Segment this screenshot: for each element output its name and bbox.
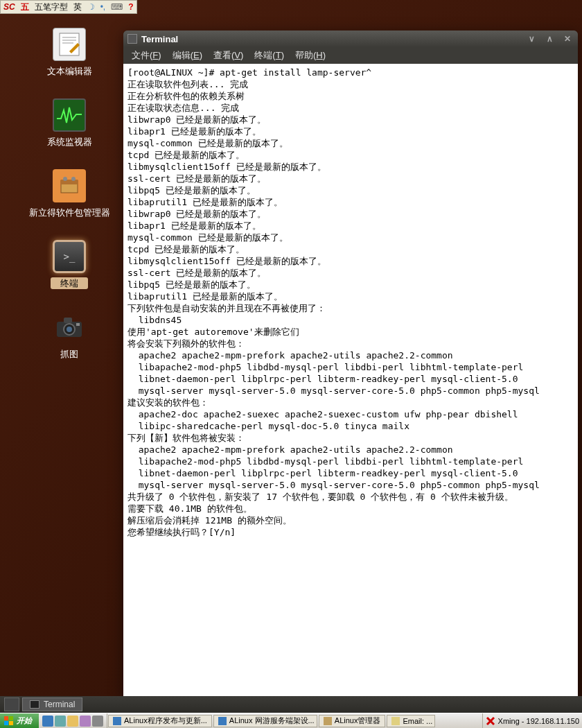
text-editor-icon bbox=[53, 28, 86, 61]
windows-logo-icon bbox=[4, 716, 14, 726]
ql-app-icon[interactable] bbox=[80, 716, 91, 727]
ql-ie-icon[interactable] bbox=[42, 716, 53, 727]
taskbar-task[interactable]: ALinux 网游服务端架设... bbox=[213, 715, 317, 727]
desktop-icon-label: 终端 bbox=[28, 277, 111, 290]
svg-rect-5 bbox=[61, 180, 78, 184]
taskbar-task-label: Email: ... bbox=[403, 717, 432, 725]
window-title: Terminal bbox=[141, 34, 178, 44]
menu-help[interactable]: 帮助(H) bbox=[291, 48, 330, 63]
svg-rect-16 bbox=[9, 721, 13, 725]
maximize-button[interactable]: ∧ bbox=[543, 33, 556, 44]
terminal-output[interactable]: [root@ALINUX ~]# apt-get install lamp-se… bbox=[123, 64, 578, 699]
taskbar-task-label: ALinux管理器 bbox=[335, 716, 381, 726]
desktop-icon-synaptic[interactable]: 新立得软件包管理器 bbox=[28, 169, 111, 219]
svg-rect-12 bbox=[76, 323, 80, 326]
xming-icon[interactable] bbox=[486, 716, 495, 726]
quick-launch bbox=[39, 713, 107, 728]
svg-rect-13 bbox=[4, 716, 8, 720]
ime-moon-icon[interactable]: ☽ bbox=[85, 2, 98, 12]
minimize-button[interactable]: ∨ bbox=[525, 33, 538, 44]
ime-punct-icon[interactable]: •, bbox=[98, 2, 109, 12]
taskbar-task[interactable]: Email: ... bbox=[387, 715, 435, 727]
wubi-icon[interactable]: 五 bbox=[18, 1, 32, 13]
taskbar-task[interactable]: ALinux管理器 bbox=[319, 715, 386, 727]
close-button[interactable]: ✕ bbox=[561, 33, 574, 44]
menu-file[interactable]: 文件(F) bbox=[127, 48, 166, 63]
desktop-icon-terminal[interactable]: 终端 bbox=[28, 240, 111, 290]
desktop-icon-system-monitor[interactable]: 系统监视器 bbox=[28, 98, 111, 148]
windows-taskbar: 开始 ALinux程序发布与更新... ALinux 网游服务端架设... AL… bbox=[0, 713, 582, 728]
menu-terminal[interactable]: 终端(T) bbox=[250, 48, 288, 63]
ime-keyboard-icon[interactable]: ⌨ bbox=[108, 2, 125, 12]
desktop-icon-label: 系统监视器 bbox=[28, 136, 111, 148]
svg-rect-9 bbox=[64, 318, 72, 323]
ime-method-label[interactable]: 五笔字型 bbox=[32, 1, 71, 13]
package-manager-icon bbox=[53, 169, 86, 202]
terminal-task-icon bbox=[30, 700, 39, 709]
ql-desktop-icon[interactable] bbox=[55, 716, 66, 727]
terminal-window: Terminal ∨ ∧ ✕ 文件(F) 编辑(E) 查看(V) 终端(T) 帮… bbox=[123, 31, 578, 699]
ql-app2-icon[interactable] bbox=[92, 716, 103, 727]
mail-icon bbox=[391, 717, 400, 725]
camera-icon bbox=[53, 311, 86, 344]
tray-xming-label[interactable]: Xming - 192.168.11.150 bbox=[498, 717, 579, 725]
system-tray: Xming - 192.168.11.150 bbox=[482, 713, 582, 728]
window-controls: ∨ ∧ ✕ bbox=[525, 33, 574, 44]
panel-task-label: Terminal bbox=[44, 700, 75, 709]
menu-edit[interactable]: 编辑(E) bbox=[168, 48, 206, 63]
monitor-icon bbox=[53, 98, 86, 132]
ime-help-icon[interactable]: ? bbox=[125, 2, 136, 12]
desktop-icon-label: 文本编辑器 bbox=[28, 65, 111, 78]
menu-view[interactable]: 查看(V) bbox=[209, 48, 247, 63]
taskbar-task[interactable]: ALinux程序发布与更新... bbox=[108, 715, 212, 727]
desktop-icon-texteditor[interactable]: 文本编辑器 bbox=[28, 28, 111, 78]
show-desktop-button[interactable] bbox=[4, 697, 19, 711]
ie-icon bbox=[218, 717, 227, 725]
titlebar[interactable]: Terminal ∨ ∧ ✕ bbox=[123, 31, 578, 47]
taskbar-task-label: ALinux程序发布与更新... bbox=[124, 716, 207, 726]
ime-lang-label[interactable]: 英 bbox=[71, 1, 85, 13]
svg-rect-15 bbox=[4, 721, 8, 725]
terminal-titlebar-icon bbox=[127, 34, 137, 44]
panel-task-terminal[interactable]: Terminal bbox=[22, 697, 82, 711]
svg-rect-0 bbox=[60, 33, 79, 55]
desktop-icon-label: 抓图 bbox=[28, 348, 111, 361]
start-button[interactable]: 开始 bbox=[0, 713, 39, 728]
svg-point-6 bbox=[63, 177, 67, 181]
menubar: 文件(F) 编辑(E) 查看(V) 终端(T) 帮助(H) bbox=[123, 47, 578, 64]
svg-rect-14 bbox=[9, 716, 13, 720]
ie-icon bbox=[113, 717, 121, 725]
svg-point-11 bbox=[67, 327, 72, 332]
desktop-icon-screenshot[interactable]: 抓图 bbox=[28, 311, 111, 361]
svg-point-7 bbox=[71, 177, 76, 181]
ime-toolbar: SC 五 五笔字型 英 ☽ •, ⌨ ? bbox=[0, 0, 137, 14]
bottom-panel: Terminal bbox=[0, 696, 582, 713]
desktop-icon-label: 新立得软件包管理器 bbox=[28, 207, 111, 219]
desktop: 文本编辑器 系统监视器 新立得软件包管理器 终端 抓图 bbox=[28, 28, 111, 381]
app-icon bbox=[324, 717, 332, 725]
scim-icon[interactable]: SC bbox=[1, 2, 18, 12]
ql-explorer-icon[interactable] bbox=[67, 716, 78, 727]
taskbar-task-label: ALinux 网游服务端架设... bbox=[229, 716, 315, 726]
start-label: 开始 bbox=[17, 716, 32, 726]
terminal-icon bbox=[53, 240, 86, 273]
